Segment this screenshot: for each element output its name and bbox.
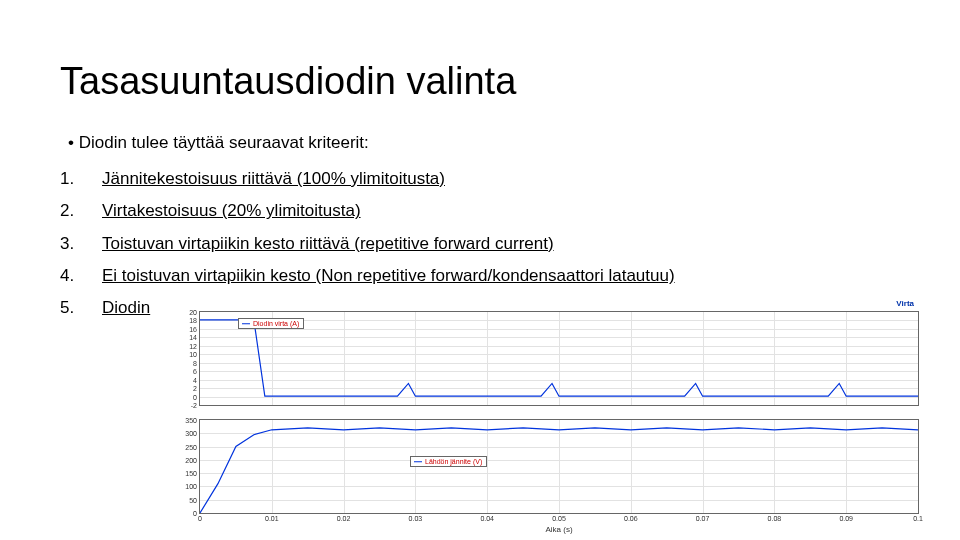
ytick: 16	[189, 325, 197, 332]
legend-top: Diodin virta (A)	[238, 318, 304, 329]
ytick: 18	[189, 317, 197, 324]
ytick: 6	[193, 368, 197, 375]
ytick: 4	[193, 376, 197, 383]
ytick: 150	[185, 470, 197, 477]
chart-line-top	[200, 312, 918, 405]
xlabel-bottom: Aika (s)	[545, 525, 572, 534]
intro-text: Diodin tulee täyttää seuraavat kriteerit…	[68, 133, 900, 153]
xtick: 0.09	[839, 515, 853, 522]
ytick: 200	[185, 456, 197, 463]
ytick: 2	[193, 385, 197, 392]
chart-top: 20 18 16 14 12 10 8 6 4 2 0 -2 Diodin vi…	[199, 311, 919, 406]
list-item: Ei toistuvan virtapiikin kesto (Non repe…	[60, 260, 900, 292]
xtick: 0.07	[696, 515, 710, 522]
list-item: Toistuvan virtapiikin kesto riittävä (re…	[60, 228, 900, 260]
xtick: 0.1	[913, 515, 923, 522]
chart-line-bottom	[200, 420, 918, 513]
ytick: 100	[185, 483, 197, 490]
ytick: -2	[191, 402, 197, 409]
ytick: 50	[189, 496, 197, 503]
ytick: 14	[189, 334, 197, 341]
xtick: 0.05	[552, 515, 566, 522]
xtick: 0.02	[337, 515, 351, 522]
xtick: 0.01	[265, 515, 279, 522]
ytick: 12	[189, 342, 197, 349]
ytick: 0	[193, 510, 197, 517]
xtick: 0.06	[624, 515, 638, 522]
list-item: Jännitekestoisuus riittävä (100% ylimito…	[60, 163, 900, 195]
legend-bottom: Lähdön jännite (V)	[410, 456, 487, 467]
xtick: 0.04	[480, 515, 494, 522]
xtick: 0	[198, 515, 202, 522]
xtick: 0.03	[409, 515, 423, 522]
ytick: 0	[193, 393, 197, 400]
chart-container: Virta 20 18 16 14 12 10 8 6 4 2 0 -2 Dio…	[164, 301, 944, 521]
list-item: Virtakestoisuus (20% ylimitoitusta)	[60, 195, 900, 227]
ytick: 350	[185, 417, 197, 424]
ytick: 250	[185, 443, 197, 450]
ytick: 8	[193, 359, 197, 366]
page-title: Tasasuuntausdiodin valinta	[60, 60, 900, 103]
chart-header: Virta	[896, 299, 914, 308]
xtick: 0.08	[768, 515, 782, 522]
ytick: 300	[185, 430, 197, 437]
chart-bottom: 350 300 250 200 150 100 50 0 0 0.01 0.02…	[199, 419, 919, 514]
ytick: 20	[189, 309, 197, 316]
ytick: 10	[189, 351, 197, 358]
